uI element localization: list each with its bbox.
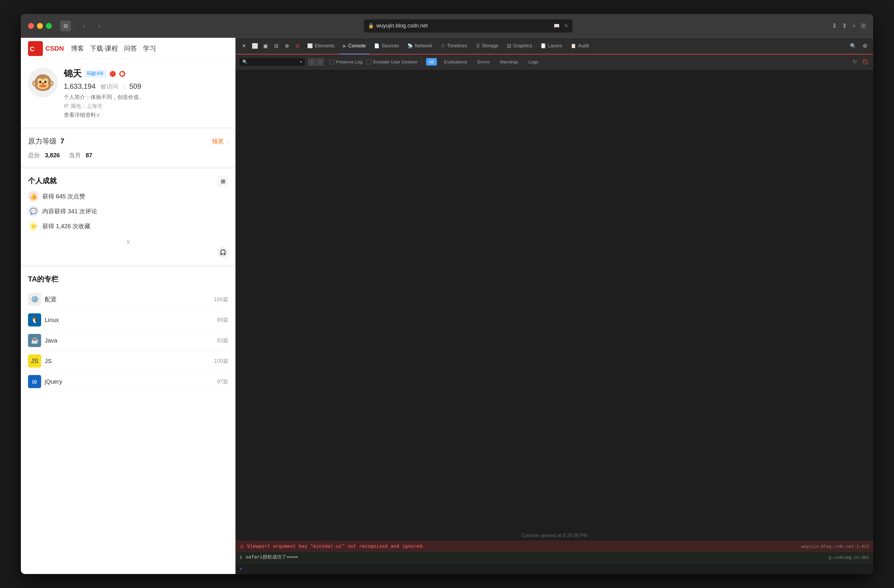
address-bar-container: 🔒 wuyujin.blog.csdn.net 📖 ↻: [109, 20, 827, 32]
dock-button-2[interactable]: ▣: [261, 41, 270, 51]
search-icon-button[interactable]: 🔍: [848, 41, 858, 51]
minimize-button[interactable]: [37, 23, 43, 29]
filter-errors[interactable]: Errors: [474, 58, 492, 66]
achievement-title: 个人成就: [28, 176, 97, 185]
reload-icon[interactable]: ↻: [565, 23, 568, 29]
svg-text:C: C: [30, 45, 35, 53]
grid-icon[interactable]: ⊞: [861, 22, 866, 30]
column-name-0: 配置: [45, 296, 210, 303]
maximize-button[interactable]: [46, 23, 52, 29]
next-result-button[interactable]: ›: [316, 58, 324, 66]
tab-graphics[interactable]: 🖼 Graphics: [503, 38, 536, 54]
preserve-log-checkbox[interactable]: Preserve Log: [329, 59, 362, 64]
main-content: C CSDN 博客 下载·课程 问答 学习 🐵: [21, 38, 873, 574]
column-item-2[interactable]: ☕ Java 93篇: [28, 330, 228, 351]
achievement-comments: 💬 内容获得 341 次评论: [28, 206, 97, 217]
emulate-gesture-checkbox[interactable]: Emulate User Gesture: [367, 59, 417, 64]
column-item-1[interactable]: 🐧 Linux 89篇: [28, 310, 228, 330]
close-devtools-button[interactable]: ✕: [239, 41, 249, 51]
error-msg-source[interactable]: wuyujin.blog.csdn.net:1:423: [801, 544, 869, 549]
url-text: wuyujin.blog.csdn.net: [376, 23, 427, 29]
console-body: Console opened at 8:26:06 PM ⚠ Viewport …: [236, 69, 873, 574]
tab-console-label: Console: [348, 43, 366, 48]
badge-icon-2: ⭕: [119, 71, 125, 77]
csdn-nav: C CSDN 博客 下载·课程 问答 学习: [21, 38, 236, 59]
rank-award-button[interactable]: 领奖: [212, 137, 224, 145]
tab-console[interactable]: ▶ Console: [340, 38, 370, 54]
achievement-likes-text: 获得 645 次点赞: [42, 192, 85, 201]
error-indicator[interactable]: ⊘: [293, 41, 302, 51]
tab-layers-label: Layers: [548, 43, 562, 48]
likes-icon: 👍: [28, 191, 39, 202]
reader-icon[interactable]: 📖: [554, 23, 560, 29]
console-search-input[interactable]: [250, 59, 297, 64]
qr-icon[interactable]: ⊞: [217, 176, 228, 187]
avatar: 🐵: [28, 68, 58, 97]
nav-qa[interactable]: 问答: [124, 44, 137, 53]
devtools-tab-settings: 🔍 ⚙: [848, 41, 870, 51]
prev-result-button[interactable]: ‹: [308, 58, 316, 66]
sidebar-toggle-button[interactable]: ⊞: [60, 21, 71, 31]
column-item-3[interactable]: JS JS 100篇: [28, 351, 228, 371]
back-button[interactable]: ‹: [79, 21, 89, 31]
graphics-tab-icon: 🖼: [507, 44, 511, 48]
tab-network[interactable]: 📡 Network: [404, 38, 436, 54]
column-name-3: JS: [45, 358, 210, 365]
filter-all[interactable]: All: [426, 58, 437, 66]
dock-button-1[interactable]: ⬜: [250, 41, 260, 51]
profile-header: 🐵 锦天 码龄4年 🔴 ⭕ 1,633,194 被访问 |: [28, 68, 228, 119]
search-icon: 🔍: [242, 59, 248, 65]
csdn-logo-icon: C: [28, 41, 43, 56]
tab-layers[interactable]: 📑 Layers: [537, 38, 566, 54]
tab-storage-label: Storage: [482, 43, 498, 48]
share-icon[interactable]: ⬆: [842, 22, 847, 30]
log-msg-source[interactable]: g.csdnimg.cn:361: [829, 555, 869, 560]
console-message-0: ⚠ Viewport argument key "minimal-ui" not…: [236, 541, 873, 551]
inspect-button[interactable]: ⊕: [282, 41, 292, 51]
tab-audit[interactable]: 📋 Audit: [567, 38, 592, 54]
nav-learn[interactable]: 学习: [143, 44, 156, 53]
chevron-down-icon[interactable]: ∨: [126, 238, 130, 245]
rank-level: 7: [60, 137, 64, 145]
column-item-4[interactable]: jQ jQuery 97篇: [28, 371, 228, 392]
visits-label: 被访问: [100, 83, 118, 90]
tab-elements[interactable]: ⬜ Elements: [304, 38, 338, 54]
achievement-comments-text: 内容获得 341 次评论: [42, 207, 97, 216]
nav-download[interactable]: 下载·课程: [90, 44, 118, 53]
profile-ip: IP 属地：上海市: [64, 103, 228, 110]
settings-icon-button[interactable]: ⚙: [860, 41, 870, 51]
filter-evaluations[interactable]: Evaluations: [441, 58, 470, 66]
console-search[interactable]: 🔍 ▼: [239, 58, 305, 66]
divider-1: [21, 127, 236, 129]
console-prompt[interactable]: ›: [236, 563, 873, 574]
dock-button-3[interactable]: ⊟: [272, 41, 281, 51]
profile-bio: 个人简介：体验不同，创造价值。: [64, 93, 228, 101]
column-item-0[interactable]: ⚙️ 配置 166篇: [28, 289, 228, 310]
profile-detail-link[interactable]: 查看详细资料∨: [64, 112, 228, 119]
timelines-tab-icon: ⏱: [441, 44, 445, 48]
refresh-icon[interactable]: ↻: [850, 58, 859, 66]
filter-warnings[interactable]: Warnings: [497, 58, 521, 66]
preserve-log-checkbox-box: [329, 60, 334, 64]
new-tab-icon[interactable]: +: [852, 22, 856, 30]
nav-blog[interactable]: 博客: [71, 44, 84, 53]
close-button[interactable]: [28, 23, 34, 29]
search-dropdown-icon[interactable]: ▼: [299, 60, 303, 64]
divider-2: [21, 166, 236, 169]
filter-logs[interactable]: Logs: [526, 58, 541, 66]
window-controls: ⊞: [60, 21, 74, 31]
error-msg-text: Viewport argument key "minimal-ui" not r…: [247, 543, 798, 549]
log-msg-text: safari授权成功了====: [245, 554, 826, 560]
column-icon-4: jQ: [28, 375, 41, 388]
clear-icon[interactable]: 🚫: [861, 58, 870, 66]
headphone-icon[interactable]: 🎧: [217, 247, 228, 258]
forward-button[interactable]: ›: [94, 21, 104, 31]
profile-info: 锦天 码龄4年 🔴 ⭕ 1,633,194 被访问 | 509 个人简介：体验不…: [64, 68, 228, 119]
total-score-value: 3,826: [45, 152, 60, 158]
tab-timelines[interactable]: ⏱ Timelines: [437, 38, 471, 54]
tab-sources-label: Sources: [381, 43, 399, 48]
tab-storage[interactable]: 🗄 Storage: [472, 38, 502, 54]
tab-sources[interactable]: 📄 Sources: [370, 38, 403, 54]
download-icon[interactable]: ⬇: [832, 22, 837, 30]
address-bar[interactable]: 🔒 wuyujin.blog.csdn.net 📖 ↻: [364, 20, 572, 32]
